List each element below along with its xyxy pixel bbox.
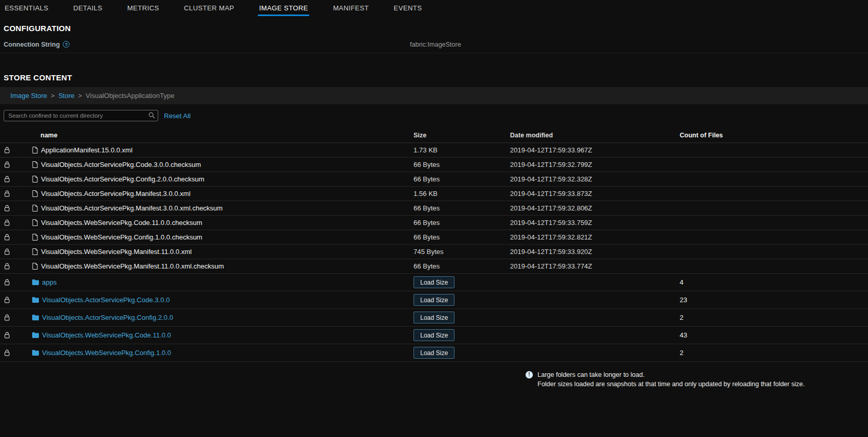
file-icon: [32, 176, 38, 182]
breadcrumb-link[interactable]: Image Store: [10, 92, 47, 100]
folder-link[interactable]: VisualObjects.WebServicePkg.Config.1.0.0: [42, 349, 171, 357]
file-row: VisualObjects.ActorServicePkg.Manifest.3…: [0, 201, 868, 216]
info-icon: !: [526, 371, 533, 378]
folder-row: VisualObjects.ActorServicePkg.Code.3.0.0…: [0, 291, 868, 309]
connection-string-row: Connection String ? fabric:ImageStore: [0, 36, 868, 53]
tab-image-store[interactable]: IMAGE STORE: [258, 0, 309, 16]
folder-icon: [32, 350, 39, 356]
column-header-date-modified[interactable]: Date modified: [510, 132, 680, 139]
lock-icon: [4, 234, 10, 242]
tab-essentials[interactable]: ESSENTIALS: [4, 0, 49, 16]
file-icon: [32, 147, 38, 153]
folder-row: VisualObjects.ActorServicePkg.Config.2.0…: [0, 309, 868, 327]
search-box: [4, 110, 158, 121]
lock-icon: [4, 315, 10, 322]
folder-link[interactable]: VisualObjects.ActorServicePkg.Config.2.0…: [42, 314, 173, 321]
tab-metrics[interactable]: METRICS: [126, 0, 160, 16]
file-row: VisualObjects.WebServicePkg.Code.11.0.0.…: [0, 216, 868, 230]
file-date-modified: 2019-04-12T17:59:32.821Z: [510, 233, 680, 241]
column-header-size[interactable]: Size: [414, 132, 510, 139]
lock-icon: [4, 220, 10, 228]
tab-bar: ESSENTIALSDETAILSMETRICSCLUSTER MAPIMAGE…: [0, 0, 868, 16]
connection-string-label: Connection String: [4, 41, 60, 48]
file-name: VisualObjects.ActorServicePkg.Config.2.0…: [41, 175, 204, 183]
tab-events[interactable]: EVENTS: [393, 0, 423, 16]
file-size: 66 Bytes: [414, 175, 510, 183]
reset-all-link[interactable]: Reset All: [164, 112, 190, 120]
lock-icon: [4, 191, 10, 199]
breadcrumb-current: VisualObjectsApplicationType: [86, 92, 174, 100]
store-toolbar: Reset All: [0, 104, 868, 124]
folder-link[interactable]: VisualObjects.WebServicePkg.Code.11.0.0: [42, 331, 171, 339]
table-body: ApplicationManifest.15.0.0.xml1.73 KB201…: [0, 143, 868, 362]
file-size: 66 Bytes: [414, 233, 510, 241]
store-content-title: STORE CONTENT: [4, 73, 868, 82]
file-size: 66 Bytes: [414, 262, 510, 270]
file-row: VisualObjects.WebServicePkg.Config.1.0.0…: [0, 230, 868, 245]
file-name: VisualObjects.ActorServicePkg.Code.3.0.0…: [41, 161, 201, 168]
file-name: VisualObjects.WebServicePkg.Manifest.11.…: [41, 248, 191, 256]
tab-details[interactable]: DETAILS: [72, 0, 103, 16]
load-note-line1: Large folders can take longer to load.: [538, 370, 805, 379]
breadcrumb-separator: >: [78, 92, 82, 100]
file-date-modified: 2019-04-12T17:59:32.806Z: [510, 204, 680, 212]
file-icon: [32, 190, 38, 197]
lock-icon: [4, 205, 10, 213]
file-icon: [32, 248, 38, 255]
file-icon: [32, 205, 38, 212]
load-size-button[interactable]: Load Size: [414, 276, 454, 288]
folder-link[interactable]: VisualObjects.ActorServicePkg.Code.3.0.0: [42, 296, 170, 304]
lock-icon: [4, 249, 10, 257]
lock-icon: [4, 176, 10, 184]
breadcrumb-separator: >: [51, 92, 55, 100]
tab-cluster-map[interactable]: CLUSTER MAP: [183, 0, 236, 16]
file-row: VisualObjects.ActorServicePkg.Code.3.0.0…: [0, 158, 868, 172]
configuration-section: CONFIGURATION Connection String ? fabric…: [0, 24, 868, 53]
folder-icon: [32, 279, 39, 285]
file-date-modified: 2019-04-12T17:59:33.774Z: [510, 262, 680, 270]
breadcrumb: Image Store>Store>VisualObjectsApplicati…: [0, 87, 868, 104]
folder-file-count: 4: [680, 278, 868, 286]
load-size-button[interactable]: Load Size: [414, 294, 454, 306]
load-size-button[interactable]: Load Size: [414, 347, 454, 359]
lock-icon: [4, 279, 10, 287]
file-date-modified: 2019-04-12T17:59:33.759Z: [510, 219, 680, 227]
column-header-count-of-files[interactable]: Count of Files: [680, 132, 868, 139]
folder-file-count: 23: [680, 296, 868, 304]
lock-icon: [4, 297, 10, 305]
file-date-modified: 2019-04-12T17:59:33.873Z: [510, 190, 680, 198]
file-date-modified: 2019-04-12T17:59:33.967Z: [510, 146, 680, 154]
file-date-modified: 2019-04-12T17:59:33.920Z: [510, 248, 680, 256]
folder-file-count: 43: [680, 331, 868, 339]
column-header-name[interactable]: name: [29, 132, 414, 139]
folder-icon: [32, 315, 39, 320]
folder-row: VisualObjects.WebServicePkg.Code.11.0.0L…: [0, 327, 868, 344]
lock-icon: [4, 350, 10, 358]
file-size: 1.73 KB: [414, 146, 510, 154]
load-size-button[interactable]: Load Size: [414, 312, 454, 323]
file-row: VisualObjects.ActorServicePkg.Manifest.3…: [0, 187, 868, 201]
load-size-button[interactable]: Load Size: [414, 329, 454, 341]
file-icon: [32, 263, 38, 270]
lock-icon: [4, 332, 10, 340]
lock-icon: [4, 147, 10, 155]
tab-manifest[interactable]: MANIFEST: [332, 0, 370, 16]
folder-file-count: 2: [680, 349, 868, 357]
file-size: 66 Bytes: [414, 219, 510, 227]
file-size: 1.56 KB: [414, 190, 510, 198]
load-note: ! Large folders can take longer to load.…: [526, 370, 868, 389]
file-icon: [32, 219, 38, 226]
lock-icon: [4, 162, 10, 170]
file-size: 66 Bytes: [414, 204, 510, 212]
file-row: VisualObjects.WebServicePkg.Manifest.11.…: [0, 259, 868, 274]
file-size: 745 Bytes: [414, 248, 510, 256]
breadcrumb-link[interactable]: Store: [58, 92, 74, 100]
search-input[interactable]: [4, 110, 158, 121]
folder-link[interactable]: apps: [42, 278, 57, 286]
help-icon[interactable]: ?: [63, 41, 70, 48]
file-icon: [32, 161, 38, 168]
connection-string-value: fabric:ImageStore: [410, 41, 868, 48]
folder-file-count: 2: [680, 314, 868, 321]
file-row: VisualObjects.WebServicePkg.Manifest.11.…: [0, 245, 868, 259]
file-row: VisualObjects.ActorServicePkg.Config.2.0…: [0, 172, 868, 187]
